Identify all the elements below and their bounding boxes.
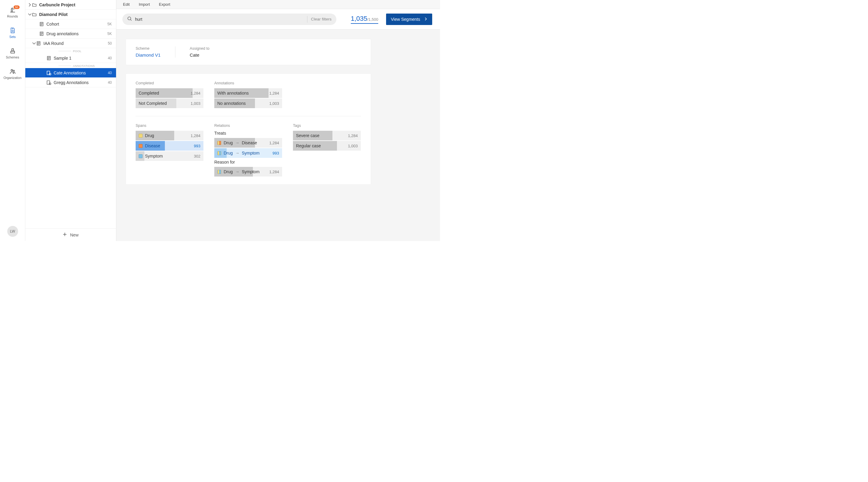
new-button-label: New — [70, 232, 79, 237]
completed-block: Completed Completed 1,284 Not Completed … — [135, 81, 204, 109]
document-icon — [36, 41, 41, 46]
nav-organization[interactable]: Organization — [0, 68, 25, 79]
nav-rail: 50 Rounds Sets Schemes Organization LW — [0, 0, 25, 241]
document-icon — [39, 31, 44, 36]
divider — [307, 16, 307, 23]
tree-cohort[interactable]: Cohort 5K — [25, 19, 116, 29]
schemes-icon — [9, 47, 16, 54]
annotation-user-icon — [46, 70, 51, 75]
nav-schemes-label: Schemes — [6, 56, 19, 59]
annotation-user-icon — [46, 80, 51, 85]
filter-relation-drug-symptom-reason[interactable]: Drug → Symptom 1,284 — [214, 167, 282, 176]
project-carbuncle[interactable]: Carbuncle Project — [25, 0, 116, 10]
filter-relation-drug-symptom-treats[interactable]: Drug → Symptom 993 — [214, 148, 282, 158]
clear-filters[interactable]: Clear filters — [311, 17, 332, 22]
project-tree: Carbuncle Project Diamond Pilot Cohort 5… — [25, 0, 116, 228]
relations-header: Relations — [214, 124, 282, 128]
scheme-value[interactable]: Diamond V1 — [135, 53, 161, 58]
spans-block: Spans Drug 1,284 Disease — [135, 124, 204, 177]
nav-schemes[interactable]: Schemes — [0, 47, 25, 59]
menu-export[interactable]: Export — [159, 2, 170, 7]
nav-rounds-label: Rounds — [7, 14, 18, 18]
relations-block: Relations Treats Drug → Disease 1,284 — [214, 124, 282, 177]
arrow-right-icon: → — [235, 169, 239, 174]
swatch-symptom-icon — [138, 154, 143, 158]
nav-rounds[interactable]: 50 Rounds — [0, 7, 25, 18]
search-input[interactable] — [135, 17, 304, 22]
chevron-right-icon — [424, 17, 427, 22]
swatch-drug-symptom-icon — [217, 151, 221, 155]
filter-span-disease[interactable]: Disease 993 — [135, 141, 204, 151]
assigned-value: Cate — [190, 53, 210, 58]
document-icon — [39, 22, 44, 27]
tree-cate-annotations[interactable]: Cate Annotations 40 — [25, 68, 116, 78]
svg-point-1 — [13, 70, 14, 72]
result-count: 1,035/1,500 — [351, 15, 378, 24]
filter-span-symptom[interactable]: Symptom 302 — [135, 151, 204, 161]
tree-iaa-round[interactable]: IAA Round 50 — [25, 38, 116, 48]
tags-block: Tags Severe case 1,284 Regular case 1,00… — [293, 124, 361, 177]
search-icon — [127, 16, 132, 22]
search-box: Clear filters — [122, 13, 336, 25]
sets-icon — [9, 27, 16, 34]
menu-import[interactable]: Import — [138, 2, 150, 7]
document-icon — [46, 56, 51, 61]
filter-span-drug[interactable]: Drug 1,284 — [135, 131, 204, 140]
chevron-down-icon — [32, 41, 36, 45]
assigned-label: Assigned to — [190, 46, 210, 51]
view-segments-label: View Segments — [391, 17, 420, 22]
project-diamond[interactable]: Diamond Pilot — [25, 10, 116, 19]
count-main: 1,035 — [351, 15, 367, 22]
swatch-disease-icon — [138, 144, 143, 148]
swatch-drug-icon — [138, 134, 143, 138]
relations-treats-subheader: Treats — [214, 131, 282, 135]
scheme-label: Scheme — [135, 46, 161, 51]
top-menu: Edit Import Export — [116, 0, 440, 9]
annotations-block: Annotations With annotations 1,284 No an… — [214, 81, 282, 109]
tree-divider-annotations: ANNOTATIONS — [25, 63, 116, 68]
main-area: Edit Import Export Clear filters 1,035/1… — [116, 0, 440, 241]
rounds-badge: 50 — [13, 5, 20, 9]
chevron-down-icon — [28, 12, 32, 17]
plus-icon — [63, 232, 67, 237]
annotations-header: Annotations — [214, 81, 282, 85]
tree-divider-pool: POOL — [25, 48, 116, 53]
svg-point-7 — [49, 73, 51, 75]
folder-icon — [32, 12, 37, 17]
swatch-drug-disease-icon — [217, 141, 221, 145]
filter-tag-severe[interactable]: Severe case 1,284 — [293, 131, 361, 140]
swatch-drug-symptom-icon — [217, 170, 221, 174]
filter-not-completed[interactable]: Not Completed 1,003 — [135, 98, 204, 108]
filter-tag-regular[interactable]: Regular case 1,003 — [293, 141, 361, 151]
organization-icon — [9, 68, 16, 75]
completed-header: Completed — [135, 81, 204, 85]
tree-gregg-annotations[interactable]: Gregg Annotations 40 — [25, 78, 116, 87]
svg-point-0 — [11, 70, 13, 71]
nav-organization-label: Organization — [4, 76, 22, 79]
chevron-right-icon — [28, 3, 32, 7]
arrow-right-icon: → — [235, 151, 239, 155]
filter-completed[interactable]: Completed 1,284 — [135, 88, 204, 98]
menu-edit[interactable]: Edit — [123, 2, 130, 7]
avatar[interactable]: LW — [7, 226, 18, 237]
count-total: /1,500 — [367, 17, 378, 22]
spans-header: Spans — [135, 124, 204, 128]
new-button[interactable]: New — [25, 228, 116, 241]
view-segments-button[interactable]: View Segments — [386, 13, 432, 25]
sidebar: Carbuncle Project Diamond Pilot Cohort 5… — [25, 0, 116, 241]
arrow-right-icon: → — [235, 140, 239, 145]
tree-drug-annotations[interactable]: Drug annotations 5K — [25, 29, 116, 38]
svg-point-9 — [49, 83, 51, 85]
tags-header: Tags — [293, 124, 361, 128]
filter-no-annotations[interactable]: No annotations 1,003 — [214, 98, 282, 108]
filter-relation-drug-disease[interactable]: Drug → Disease 1,284 — [214, 138, 282, 148]
filter-with-annotations[interactable]: With annotations 1,284 — [214, 88, 282, 98]
tree-sample1[interactable]: Sample 1 40 — [25, 53, 116, 63]
nav-sets[interactable]: Sets — [0, 27, 25, 38]
nav-sets-label: Sets — [9, 35, 16, 38]
relations-reason-subheader: Reason for — [214, 160, 282, 164]
search-row: Clear filters 1,035/1,500 View Segments — [116, 9, 440, 30]
folder-icon — [32, 2, 37, 7]
meta-card: Scheme Diamond V1 Assigned to Cate — [126, 39, 371, 65]
content: Scheme Diamond V1 Assigned to Cate Compl… — [116, 30, 440, 203]
